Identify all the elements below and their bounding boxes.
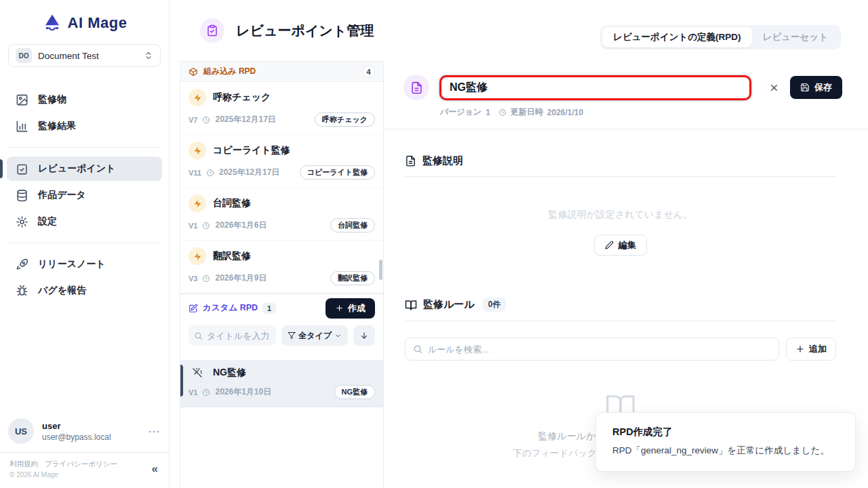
logo-icon <box>42 13 62 33</box>
sidebar-item-review-results[interactable]: 監修結果 <box>7 114 162 138</box>
type-filter-label: 全タイプ <box>298 330 332 342</box>
version-badge: V3 <box>189 274 197 283</box>
toast-notification[interactable]: RPD作成完了 RPD「general_ng_review」を正常に作成しました… <box>595 412 856 472</box>
rule-search-field[interactable] <box>405 338 779 361</box>
sidebar-item-label: 監修物 <box>38 94 66 106</box>
project-selector[interactable]: DO Document Test <box>8 44 161 67</box>
sidebar-footer: 利用規約 プライバシーポリシー © 2026 AI Mage « <box>0 452 169 488</box>
privacy-link[interactable]: プライバシーポリシー <box>45 460 117 469</box>
save-icon <box>800 83 810 92</box>
version-value: 1 <box>486 108 490 117</box>
version-badge: V1 <box>189 388 197 396</box>
sidebar-item-release-notes[interactable]: リリースノート <box>7 252 162 277</box>
sidebar-item-label: リリースノート <box>38 258 106 270</box>
bug-icon <box>16 285 28 298</box>
rpd-list-item[interactable]: 台詞監修 V1 2026年1月6日 台詞監修 <box>180 188 383 241</box>
image-icon <box>16 94 28 106</box>
bar-chart-icon <box>16 120 28 133</box>
updated-value: 2026/1/10 <box>547 108 583 117</box>
add-rule-button[interactable]: 追加 <box>786 338 836 361</box>
sidebar-item-work-data[interactable]: 作品データ <box>7 183 162 207</box>
create-rpd-label: 作成 <box>348 302 366 314</box>
zap-icon <box>189 195 206 212</box>
divider <box>7 243 162 243</box>
close-icon[interactable] <box>769 83 779 93</box>
rules-count-badge: 0件 <box>483 298 507 312</box>
title-search-field[interactable] <box>189 325 276 346</box>
sidebar-item-review-points[interactable]: レビューポイント <box>7 157 162 181</box>
terms-link[interactable]: 利用規約 <box>9 460 38 469</box>
rpd-item-tag: 翻訳監修 <box>330 271 375 285</box>
app-logo: AI Mage <box>0 11 169 35</box>
search-icon <box>413 344 422 354</box>
divider <box>405 176 836 177</box>
topbar: レビューポイント管理 レビューポイントの定義(RPD) レビューセット <box>170 0 868 61</box>
clock-icon <box>202 388 210 396</box>
user-menu-button[interactable]: ··· <box>149 426 161 437</box>
database-icon <box>16 189 28 202</box>
rpd-item-tag: コピーライト監修 <box>300 165 375 180</box>
rpd-list-item[interactable]: 呼称チェック V7 2025年12月17日 呼称チェック <box>180 82 383 135</box>
user-name: user <box>42 421 140 431</box>
view-tabs: レビューポイントの定義(RPD) レビューセット <box>600 25 841 49</box>
sidebar-item-settings[interactable]: 設定 <box>7 209 162 234</box>
zap-icon <box>189 89 206 106</box>
rpd-list-item[interactable]: コピーライト監修 V11 2025年12月17日 コピーライト監修 <box>180 135 383 188</box>
rpd-list-item[interactable]: 翻訳監修 V3 2026年1月9日 翻訳監修 <box>180 241 383 293</box>
clock-icon <box>202 116 210 124</box>
edit-description-button[interactable]: 編集 <box>594 235 647 256</box>
save-button[interactable]: 保存 <box>790 76 842 99</box>
description-empty-text: 監修説明が設定されていません。 <box>405 209 836 221</box>
divider <box>384 129 868 129</box>
file-text-icon <box>405 155 416 167</box>
toast-message: RPD「general_ng_review」を正常に作成しました。 <box>612 445 839 457</box>
rpd-title-input[interactable] <box>439 75 751 100</box>
book-open-icon <box>405 299 417 311</box>
sidebar: AI Mage DO Document Test 監修物 監修結果 レビューポイ… <box>0 0 170 488</box>
collapse-sidebar-button[interactable]: « <box>152 462 158 476</box>
file-text-icon <box>403 75 429 100</box>
rpd-list-item-selected[interactable]: NG監修 V1 2026年1月10日 NG監修 <box>180 360 383 407</box>
title-search-input[interactable] <box>207 331 271 341</box>
clock-icon <box>206 169 214 177</box>
page-title: レビューポイント管理 <box>236 22 374 40</box>
type-filter-button[interactable]: 全タイプ <box>281 325 348 346</box>
list-scrollbar-thumb[interactable] <box>379 260 382 280</box>
divider <box>405 321 836 321</box>
description-section: 監修説明 監修説明が設定されていません。 編集 <box>405 155 836 256</box>
review-points-page-icon <box>200 18 224 43</box>
clock-icon <box>498 108 507 117</box>
rpd-list-panel: 組み込み RPD 4 呼称チェック V7 2025年12月17日 呼称チェック … <box>180 61 384 488</box>
divider <box>7 147 162 148</box>
rocket-icon <box>16 258 28 271</box>
user-block: US user user@bypass.local ··· <box>8 418 161 444</box>
create-rpd-button[interactable]: 作成 <box>326 298 375 319</box>
user-email: user@bypass.local <box>42 432 140 442</box>
logo-text: AI Mage <box>68 14 127 32</box>
custom-rpd-toolbar: 全タイプ <box>180 322 383 351</box>
copyright: © 2026 AI Mage <box>9 471 159 479</box>
sidebar-item-review-targets[interactable]: 監修物 <box>7 87 162 112</box>
plus-icon <box>335 304 344 312</box>
clock-icon <box>202 274 210 283</box>
rpd-item-tag: 呼称チェック <box>315 113 375 127</box>
rpd-item-tag: 台詞監修 <box>330 218 375 232</box>
version-badge: V7 <box>189 116 197 124</box>
rule-search-input[interactable] <box>428 344 771 354</box>
rpd-item-title: 台詞監修 <box>213 197 251 209</box>
package-icon <box>189 67 198 77</box>
wand-off-icon <box>189 367 206 378</box>
edit-label: 編集 <box>618 239 636 251</box>
updated-label: 更新日時 <box>511 106 543 118</box>
tab-review-set[interactable]: レビューセット <box>752 27 839 47</box>
avatar: US <box>8 418 34 444</box>
rpd-item-date: 2025年12月17日 <box>219 167 279 178</box>
sidebar-item-report-bug[interactable]: バグを報告 <box>7 279 162 303</box>
plus-icon <box>795 344 805 354</box>
pencil-square-icon <box>189 304 198 313</box>
tab-rpd-definition[interactable]: レビューポイントの定義(RPD) <box>602 27 752 47</box>
sort-button[interactable] <box>353 325 375 346</box>
rpd-item-date: 2026年1月6日 <box>215 220 267 231</box>
rpd-item-title: コピーライト監修 <box>213 144 290 157</box>
rpd-item-title: 翻訳監修 <box>213 250 251 262</box>
